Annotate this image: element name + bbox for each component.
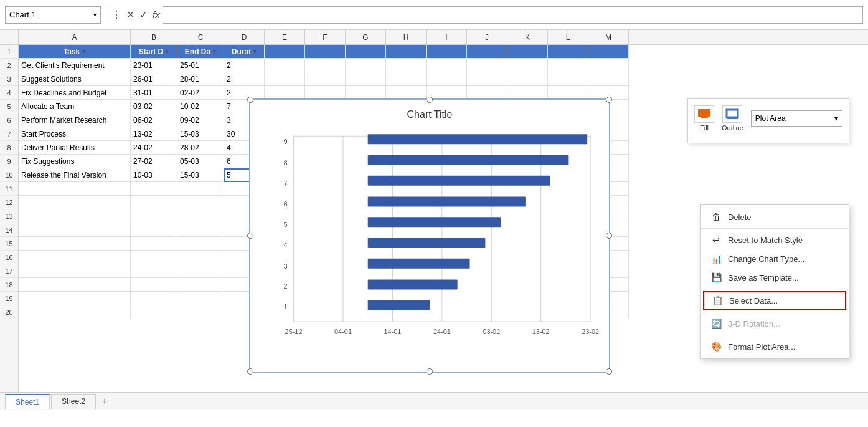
cell-3-G[interactable] — [346, 72, 386, 86]
cell-20-A[interactable] — [19, 305, 131, 319]
cell-4-E[interactable] — [265, 86, 305, 100]
cell-1-H[interactable] — [386, 45, 427, 59]
fill-button[interactable]: Fill — [694, 105, 714, 132]
cell-4-F[interactable] — [305, 86, 346, 100]
cell-12-C[interactable] — [177, 196, 224, 209]
formula-input[interactable] — [163, 6, 863, 24]
col-header-L[interactable]: L — [548, 30, 588, 45]
cell-6-A[interactable]: Perform Market Research — [19, 113, 131, 127]
row-num-3[interactable]: 3 — [0, 72, 18, 86]
col-header-C[interactable]: C — [177, 30, 224, 45]
cell-15-A[interactable] — [19, 237, 131, 251]
cell-12-A[interactable] — [19, 196, 131, 209]
cell-13-C[interactable] — [177, 209, 224, 223]
name-box[interactable]: Chart 1 ▾ — [5, 6, 101, 24]
col-header-G[interactable]: G — [346, 30, 386, 45]
cell-12-B[interactable] — [131, 196, 177, 209]
col-header-E[interactable]: E — [265, 30, 305, 45]
row-num-7[interactable]: 7 — [0, 127, 18, 141]
cell-4-A[interactable]: Fix Deadlines and Budget — [19, 86, 131, 100]
cell-2-C[interactable]: 25-01 — [177, 59, 224, 72]
cell-5-B[interactable]: 03-02 — [131, 100, 177, 113]
col-header-K[interactable]: K — [507, 30, 548, 45]
cell-9-B[interactable]: 27-02 — [131, 155, 177, 168]
cell-2-D[interactable]: 2 — [224, 59, 265, 72]
confirm-icon[interactable]: ✓ — [139, 9, 148, 21]
more-options-icon[interactable]: ⋮ — [111, 9, 121, 21]
row-num-13[interactable]: 13 — [0, 209, 18, 223]
row-num-17[interactable]: 17 — [0, 264, 18, 278]
cell-4-G[interactable] — [346, 86, 386, 100]
cell-2-A[interactable]: Get Client's Requirement — [19, 59, 131, 72]
col-header-H[interactable]: H — [386, 30, 427, 45]
row-num-14[interactable]: 14 — [0, 223, 18, 237]
sheet-tab-sheet1[interactable]: Sheet1 — [5, 394, 50, 409]
cell-1-A[interactable]: Task▾ — [19, 45, 131, 59]
row-num-8[interactable]: 8 — [0, 141, 18, 155]
cell-19-A[interactable] — [19, 292, 131, 305]
cell-17-C[interactable] — [177, 264, 224, 278]
row-num-19[interactable]: 19 — [0, 292, 18, 305]
col-header-D[interactable]: D — [224, 30, 265, 45]
cell-9-C[interactable]: 05-03 — [177, 155, 224, 168]
cell-4-L[interactable] — [548, 86, 588, 100]
cell-2-F[interactable] — [305, 59, 346, 72]
context-menu-item-change-chart-type[interactable]: 📊Change Chart Type... — [701, 249, 849, 268]
cell-1-I[interactable] — [427, 45, 467, 59]
cell-2-E[interactable] — [265, 59, 305, 72]
row-num-11[interactable]: 11 — [0, 182, 18, 196]
cell-4-I[interactable] — [427, 86, 467, 100]
col-header-I[interactable]: I — [427, 30, 467, 45]
cell-4-B[interactable]: 31-01 — [131, 86, 177, 100]
cell-3-F[interactable] — [305, 72, 346, 86]
cell-20-B[interactable] — [131, 305, 177, 319]
chart-overlay[interactable]: Chart Title 1 2 3 4 5 6 7 — [249, 98, 610, 373]
cell-1-E[interactable] — [265, 45, 305, 59]
cell-16-C[interactable] — [177, 251, 224, 264]
cell-4-J[interactable] — [467, 86, 507, 100]
context-menu-item-delete[interactable]: 🗑Delete — [701, 208, 849, 226]
cell-1-G[interactable] — [346, 45, 386, 59]
cell-15-C[interactable] — [177, 237, 224, 251]
cell-3-I[interactable] — [427, 72, 467, 86]
cell-11-C[interactable] — [177, 182, 224, 196]
context-menu-item-format-plot-area[interactable]: 🎨Format Plot Area... — [701, 337, 849, 356]
cell-2-J[interactable] — [467, 59, 507, 72]
row-num-1[interactable]: 1 — [0, 45, 18, 59]
context-menu-item-select-data[interactable]: 📋Select Data... — [703, 291, 846, 310]
cell-4-H[interactable] — [386, 86, 427, 100]
cell-8-C[interactable]: 28-02 — [177, 141, 224, 155]
cell-8-A[interactable]: Deliver Partial Results — [19, 141, 131, 155]
cell-14-B[interactable] — [131, 223, 177, 237]
cell-7-C[interactable]: 15-03 — [177, 127, 224, 141]
cell-16-B[interactable] — [131, 251, 177, 264]
row-num-12[interactable]: 12 — [0, 196, 18, 209]
cell-1-L[interactable] — [548, 45, 588, 59]
cell-2-B[interactable]: 23-01 — [131, 59, 177, 72]
col-header-M[interactable]: M — [588, 30, 629, 45]
cell-4-C[interactable]: 02-02 — [177, 86, 224, 100]
cell-4-K[interactable] — [507, 86, 548, 100]
cell-3-E[interactable] — [265, 72, 305, 86]
fx-button[interactable]: fx — [153, 9, 160, 20]
format-area-dropdown[interactable]: Plot Area ▾ — [751, 110, 842, 127]
col-header-A[interactable]: A — [19, 30, 131, 45]
cell-7-B[interactable]: 13-02 — [131, 127, 177, 141]
cell-10-B[interactable]: 10-03 — [131, 168, 177, 182]
row-num-2[interactable]: 2 — [0, 59, 18, 72]
cancel-icon[interactable]: ✕ — [126, 9, 134, 21]
cell-17-B[interactable] — [131, 264, 177, 278]
cell-1-D[interactable]: Durat▾ — [224, 45, 265, 59]
cell-14-C[interactable] — [177, 223, 224, 237]
col-header-J[interactable]: J — [467, 30, 507, 45]
cell-16-A[interactable] — [19, 251, 131, 264]
context-menu-item-reset[interactable]: ↩Reset to Match Style — [701, 231, 849, 249]
cell-1-C[interactable]: End Da▾ — [177, 45, 224, 59]
cell-1-F[interactable] — [305, 45, 346, 59]
outline-button[interactable]: Outline — [722, 105, 743, 132]
cell-3-H[interactable] — [386, 72, 427, 86]
cell-8-B[interactable]: 24-02 — [131, 141, 177, 155]
cell-3-J[interactable] — [467, 72, 507, 86]
cell-1-B[interactable]: Start D▾ — [131, 45, 177, 59]
cell-2-G[interactable] — [346, 59, 386, 72]
